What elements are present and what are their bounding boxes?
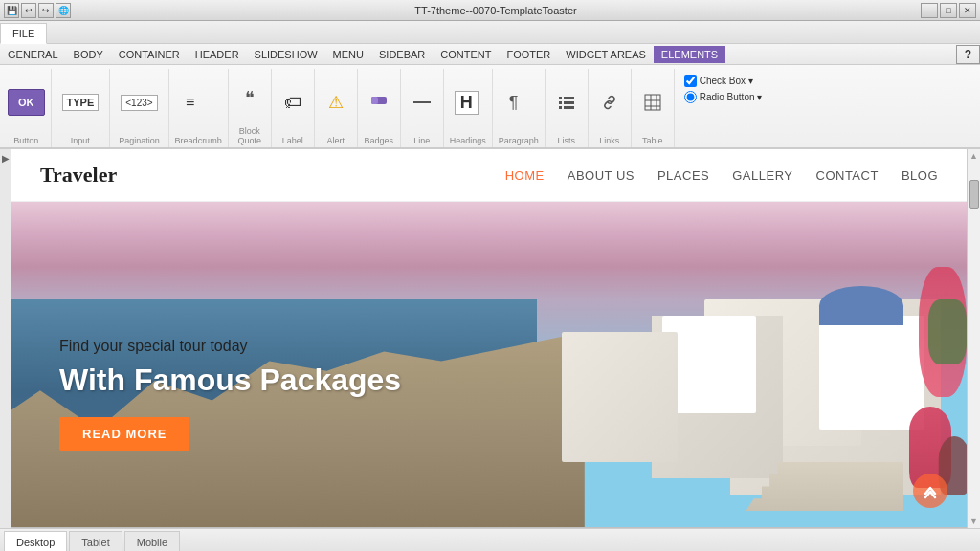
menu-general[interactable]: GENERAL xyxy=(0,46,66,63)
ribbon-group-links: Links xyxy=(590,69,632,147)
app-icon: 🌐 xyxy=(56,3,71,18)
badges-button[interactable] xyxy=(364,90,394,115)
ribbon-group-extras: Check Box ▾ Radio Button ▾ xyxy=(677,69,772,147)
ribbon-group-blockquote: ❝ BlockQuote xyxy=(231,69,272,147)
nav-blog[interactable]: BLOG xyxy=(902,168,938,183)
hero-read-more-button[interactable]: READ MORE xyxy=(59,417,189,451)
button-group-label: Button xyxy=(8,136,45,145)
radio-item[interactable]: Radio Button ▾ xyxy=(684,91,763,103)
ribbon-group-pagination: <123> Pagination xyxy=(112,69,168,147)
content-area: ▶ Traveler HOME ABOUT US PLACES GALLERY … xyxy=(0,149,980,528)
lists-button[interactable] xyxy=(551,90,582,115)
line-button[interactable] xyxy=(407,90,437,115)
website-logo: Traveler xyxy=(40,163,117,187)
hero-subtitle: Find your special tour today xyxy=(59,338,401,355)
menu-menu[interactable]: MENU xyxy=(325,46,371,63)
ribbon-group-paragraph: ¶ Paragraph xyxy=(495,69,546,147)
quick-access-toolbar: 💾 ↩ ↪ 🌐 xyxy=(4,3,71,18)
checkbox-input[interactable] xyxy=(684,75,697,87)
window-controls: — □ ✕ xyxy=(921,3,976,18)
desktop-tab[interactable]: Desktop xyxy=(4,531,67,551)
menu-elements[interactable]: ELEMENTS xyxy=(654,46,725,63)
menu-slideshow[interactable]: SLIDESHOW xyxy=(247,46,325,63)
svg-rect-4 xyxy=(559,101,562,104)
minimize-button[interactable]: — xyxy=(921,3,938,18)
svg-rect-1 xyxy=(371,97,378,104)
label-group-label: Label xyxy=(278,136,308,145)
website-header: Traveler HOME ABOUT US PLACES GALLERY CO… xyxy=(11,149,967,202)
scroll-up-button[interactable] xyxy=(913,474,947,508)
table-group-label: Table xyxy=(637,136,668,145)
paragraph-group-label: Paragraph xyxy=(499,136,539,145)
links-button[interactable] xyxy=(594,90,625,115)
table-icon xyxy=(643,93,662,112)
checkbox-item[interactable]: Check Box ▾ xyxy=(684,75,763,87)
radio-label: Radio Button ▾ xyxy=(700,92,763,102)
redo-quick-btn[interactable]: ↪ xyxy=(38,3,54,18)
ribbon-group-lists: Lists xyxy=(547,69,589,147)
website-nav: HOME ABOUT US PLACES GALLERY CONTACT BLO… xyxy=(505,168,938,183)
maximize-button[interactable]: □ xyxy=(940,3,957,18)
menu-widget-areas[interactable]: WIDGET AREAS xyxy=(558,46,654,63)
ok-button[interactable]: OK xyxy=(8,89,45,116)
tablet-tab[interactable]: Tablet xyxy=(69,531,122,551)
mobile-tab[interactable]: Mobile xyxy=(124,531,180,551)
preview-area: Traveler HOME ABOUT US PLACES GALLERY CO… xyxy=(11,149,967,528)
svg-rect-5 xyxy=(564,101,574,104)
ribbon-group-breadcrumb: ≡ Breadcrumb xyxy=(171,69,229,147)
menu-content[interactable]: CONTENT xyxy=(433,46,499,63)
lists-icon xyxy=(557,93,576,112)
links-group-label: Links xyxy=(594,136,625,145)
hero-content: Find your special tour today With Famous… xyxy=(59,338,401,451)
checkbox-label: Check Box ▾ xyxy=(700,76,753,86)
nav-about[interactable]: ABOUT US xyxy=(568,168,635,183)
links-icon xyxy=(600,93,619,112)
breadcrumb-button[interactable]: ≡ xyxy=(175,91,206,114)
ribbon-tab-bar: GENERAL BODY CONTAINER HEADER SLIDESHOW … xyxy=(0,44,980,65)
pagination-group-label: Pagination xyxy=(116,136,162,145)
input-group-label: Input xyxy=(57,136,104,145)
menu-container[interactable]: CONTAINER xyxy=(111,46,188,63)
line-group-label: Line xyxy=(407,136,437,145)
input-button[interactable]: TYPE xyxy=(57,91,104,114)
ribbon-group-alert: ⚠ Alert xyxy=(317,69,358,147)
ribbon-group-button: OK Button xyxy=(4,69,52,147)
save-quick-btn[interactable]: 💾 xyxy=(4,3,19,18)
headings-button[interactable]: H xyxy=(450,88,483,118)
nav-places[interactable]: PLACES xyxy=(657,168,709,183)
menu-header[interactable]: HEADER xyxy=(188,46,247,63)
undo-quick-btn[interactable]: ↩ xyxy=(21,3,36,18)
ribbon-group-line: Line xyxy=(403,69,444,147)
lists-group-label: Lists xyxy=(551,136,582,145)
menu-tabs: FILE xyxy=(0,21,980,44)
menu-body[interactable]: BODY xyxy=(66,46,111,63)
table-button[interactable] xyxy=(637,90,668,115)
label-button[interactable]: 🏷 xyxy=(278,90,308,116)
radio-input[interactable] xyxy=(684,91,697,103)
chevron-up-icon xyxy=(922,482,939,499)
ribbon-group-input: TYPE Input xyxy=(54,69,111,147)
nav-gallery[interactable]: GALLERY xyxy=(732,168,792,183)
menu-sidebar[interactable]: SIDEBAR xyxy=(371,46,433,63)
hero-greenery xyxy=(928,299,967,364)
vertical-scrollbar[interactable]: ▲ ▼ xyxy=(967,149,980,528)
svg-rect-7 xyxy=(564,106,574,109)
menu-footer[interactable]: FOOTER xyxy=(499,46,558,63)
nav-home[interactable]: HOME xyxy=(505,168,545,183)
nav-contact[interactable]: CONTACT xyxy=(816,168,879,183)
paragraph-button[interactable]: ¶ xyxy=(499,90,529,116)
close-button[interactable]: ✕ xyxy=(959,3,976,18)
ribbon-group-label: 🏷 Label xyxy=(274,69,315,147)
help-button[interactable]: ? xyxy=(956,45,980,64)
scrollbar-thumb[interactable] xyxy=(969,180,979,209)
ribbon-group-badges: Badges xyxy=(360,69,401,147)
blockquote-button[interactable]: ❝ xyxy=(234,84,265,111)
pagination-button[interactable]: <123> xyxy=(116,92,162,114)
menu-tab-file[interactable]: FILE xyxy=(0,23,47,44)
ribbon-group-headings: H Headings xyxy=(446,69,493,147)
hero-title: With Famous Packages xyxy=(59,363,401,398)
alert-button[interactable]: ⚠ xyxy=(321,89,351,116)
svg-rect-3 xyxy=(564,97,574,99)
svg-rect-2 xyxy=(559,97,562,99)
left-collapse-arrow[interactable]: ▶ xyxy=(0,149,11,528)
